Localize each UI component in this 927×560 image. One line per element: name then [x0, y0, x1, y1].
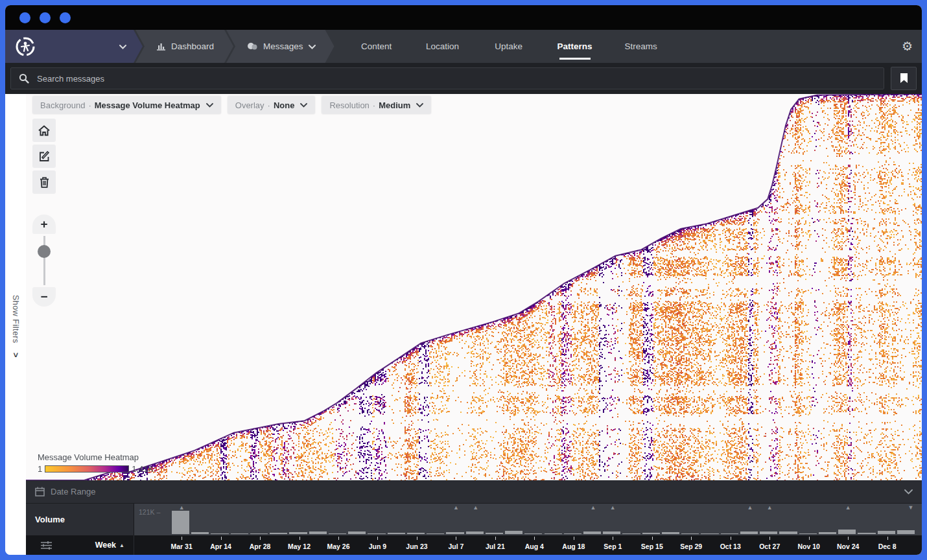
nav-tabs: ContentLocationUptakePatternsStreams	[344, 30, 674, 63]
range-marker-up-icon[interactable]: ▲	[453, 504, 459, 511]
axis-tick	[887, 537, 888, 540]
zoom-in-button[interactable]: +	[32, 215, 56, 234]
axis-tick	[456, 537, 456, 540]
legend-gradient-bar	[45, 465, 129, 472]
range-marker-up-icon[interactable]: ▲	[767, 504, 773, 511]
window-frame: Dashboard Messages ContentLocationUptake…	[0, 0, 927, 560]
range-marker-up-icon[interactable]: ▲	[473, 504, 478, 511]
volume-bar	[407, 533, 425, 534]
volume-histogram[interactable]: 121K – ▲▲▲▲▲▲▲▲▼	[134, 504, 922, 535]
zoom-control: + −	[32, 215, 56, 307]
bar-chart-icon	[156, 42, 166, 51]
window-dot-2[interactable]	[40, 12, 51, 23]
volume-bar	[524, 533, 542, 535]
axis-date-label: Oct 13	[720, 542, 741, 550]
delete-button[interactable]	[32, 170, 56, 194]
window-dot-3[interactable]	[60, 12, 71, 23]
axis-tick	[534, 537, 535, 540]
axis-date-label: May 12	[288, 542, 311, 550]
volume-bar	[897, 530, 915, 534]
titlebar	[5, 5, 922, 30]
breadcrumb-messages[interactable]: Messages	[226, 30, 334, 63]
range-marker-up-icon[interactable]: ▲	[591, 504, 596, 511]
axis-tick	[613, 537, 613, 540]
search-icon	[19, 73, 29, 84]
chevron-down-icon	[309, 45, 315, 49]
interval-selector[interactable]: Week ▲	[95, 541, 124, 550]
range-marker-up-icon[interactable]: ▲	[747, 504, 753, 511]
window-dot-1[interactable]	[19, 12, 30, 23]
tab-uptake[interactable]: Uptake	[476, 30, 542, 63]
volume-bar	[642, 533, 660, 534]
separator-dot: ·	[88, 100, 91, 110]
tab-streams[interactable]: Streams	[608, 30, 674, 63]
app-logo-icon	[14, 36, 36, 58]
volume-bar	[721, 533, 738, 535]
chevron-down-icon	[206, 103, 213, 108]
bookmark-button[interactable]	[891, 67, 917, 90]
volume-bar	[191, 532, 209, 534]
tab-location[interactable]: Location	[410, 30, 476, 63]
resolution-dropdown[interactable]: Resolution·Medium	[322, 96, 431, 114]
range-marker-up-icon[interactable]: ▲	[179, 504, 185, 511]
axis-date-label: Sep 1	[604, 542, 622, 550]
volume-bar	[231, 533, 248, 535]
axis-tick	[260, 537, 261, 540]
main-column: Background·Message Volume HeatmapOverlay…	[26, 94, 922, 555]
axis-tick	[377, 537, 378, 540]
zoom-slider-handle[interactable]	[38, 245, 51, 258]
volume-label: Volume	[26, 504, 134, 535]
breadcrumb-dashboard[interactable]: Dashboard	[135, 30, 233, 63]
volume-bar	[799, 533, 817, 535]
range-marker-down-icon[interactable]: ▼	[908, 504, 913, 511]
tab-content[interactable]: Content	[344, 30, 410, 63]
volume-bar	[466, 531, 484, 534]
date-range-label: Date Range	[51, 487, 95, 496]
axis-date-label: Sep 29	[680, 542, 702, 550]
adjustments-icon[interactable]	[40, 541, 53, 550]
volume-bar	[289, 532, 307, 534]
axis-date-label: Oct 27	[759, 542, 780, 550]
zoom-out-button[interactable]: −	[32, 287, 56, 307]
axis-date-label: May 26	[327, 542, 349, 550]
chevron-down-icon	[416, 103, 423, 108]
volume-bar	[505, 531, 522, 534]
axis-date-label: Aug 18	[562, 542, 585, 550]
search-input[interactable]: Search messages	[10, 67, 884, 89]
settings-gear-icon[interactable]: ⚙	[902, 30, 922, 63]
chevron-down-icon	[119, 45, 126, 49]
axis-date-label: Nov 24	[837, 542, 859, 550]
volume-bar	[211, 533, 228, 535]
navbar: Dashboard Messages ContentLocationUptake…	[5, 30, 922, 63]
overlay-dropdown[interactable]: Overlay·None	[228, 96, 316, 114]
dropdown-value: None	[274, 100, 295, 110]
chevron-down-icon	[904, 489, 913, 495]
volume-bar	[583, 531, 601, 534]
time-axis-row: Week ▲ Mar 31Apr 14Apr 28May 12May 26Jun…	[26, 535, 922, 555]
search-row: Search messages	[5, 63, 922, 94]
volume-bar	[388, 533, 405, 534]
axis-tick	[417, 537, 417, 540]
legend-title: Message Volume Heatmap	[38, 452, 154, 462]
axis-date-label: Sep 15	[641, 542, 663, 550]
tab-patterns[interactable]: Patterns	[542, 30, 608, 63]
axis-tick	[691, 537, 692, 540]
calendar-icon	[35, 487, 45, 496]
zoom-slider-track[interactable]	[43, 236, 45, 285]
home-icon	[38, 125, 50, 136]
volume-bar	[779, 531, 797, 534]
axis-tick	[182, 537, 182, 540]
show-filters-rail[interactable]: Show Filters >	[5, 94, 26, 555]
range-marker-up-icon[interactable]: ▲	[845, 504, 851, 511]
edit-button[interactable]	[32, 145, 56, 168]
workspace-selector[interactable]	[5, 30, 143, 63]
message-volume-heatmap-canvas[interactable]	[26, 94, 922, 480]
axis-tick	[731, 537, 731, 540]
range-marker-up-icon[interactable]: ▲	[610, 504, 616, 511]
trash-icon	[40, 177, 49, 188]
home-button[interactable]	[32, 119, 56, 142]
date-range-header[interactable]: Date Range	[26, 480, 922, 504]
volume-bar	[486, 533, 503, 534]
background-dropdown[interactable]: Background·Message Volume Heatmap	[32, 96, 221, 114]
volume-bar	[250, 533, 268, 535]
